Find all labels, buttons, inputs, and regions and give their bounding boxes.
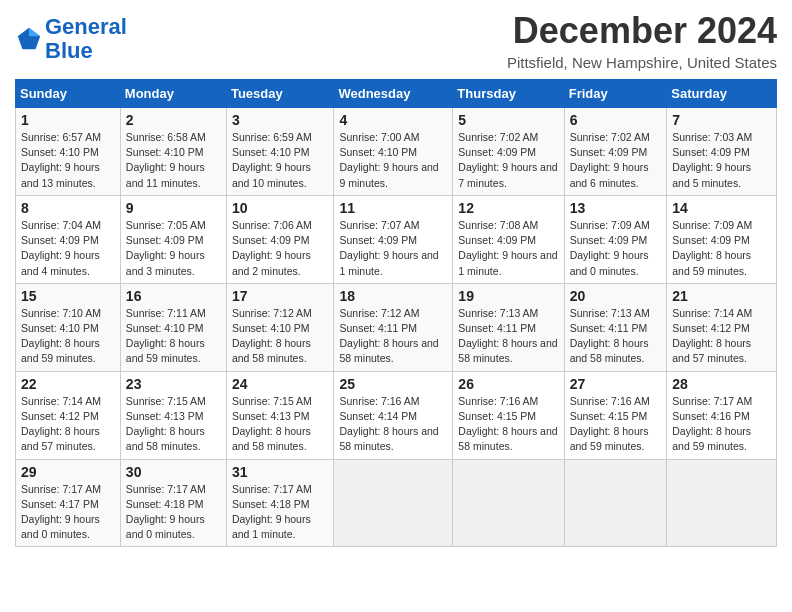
month-title: December 2024 (507, 10, 777, 52)
day-detail: Sunrise: 7:17 AMSunset: 4:16 PMDaylight:… (672, 395, 752, 453)
svg-marker-1 (29, 28, 40, 36)
day-number: 6 (570, 112, 662, 128)
day-detail: Sunrise: 7:16 AMSunset: 4:15 PMDaylight:… (458, 395, 557, 453)
day-number: 16 (126, 288, 221, 304)
day-detail: Sunrise: 7:12 AMSunset: 4:11 PMDaylight:… (339, 307, 438, 365)
day-number: 3 (232, 112, 329, 128)
day-detail: Sunrise: 7:05 AMSunset: 4:09 PMDaylight:… (126, 219, 206, 277)
day-detail: Sunrise: 6:58 AMSunset: 4:10 PMDaylight:… (126, 131, 206, 189)
day-number: 14 (672, 200, 771, 216)
day-detail: Sunrise: 7:06 AMSunset: 4:09 PMDaylight:… (232, 219, 312, 277)
header-wednesday: Wednesday (334, 80, 453, 108)
day-number: 9 (126, 200, 221, 216)
day-number: 4 (339, 112, 447, 128)
calendar-cell: 8 Sunrise: 7:04 AMSunset: 4:09 PMDayligh… (16, 195, 121, 283)
day-detail: Sunrise: 7:13 AMSunset: 4:11 PMDaylight:… (458, 307, 557, 365)
calendar-cell (667, 459, 777, 547)
day-number: 13 (570, 200, 662, 216)
day-detail: Sunrise: 6:59 AMSunset: 4:10 PMDaylight:… (232, 131, 312, 189)
calendar-cell: 16 Sunrise: 7:11 AMSunset: 4:10 PMDaylig… (120, 283, 226, 371)
day-number: 17 (232, 288, 329, 304)
day-number: 5 (458, 112, 558, 128)
calendar-cell: 4 Sunrise: 7:00 AMSunset: 4:10 PMDayligh… (334, 108, 453, 196)
header-monday: Monday (120, 80, 226, 108)
header-friday: Friday (564, 80, 667, 108)
calendar-table: SundayMondayTuesdayWednesdayThursdayFrid… (15, 79, 777, 547)
day-detail: Sunrise: 7:11 AMSunset: 4:10 PMDaylight:… (126, 307, 206, 365)
day-number: 24 (232, 376, 329, 392)
week-row-1: 1 Sunrise: 6:57 AMSunset: 4:10 PMDayligh… (16, 108, 777, 196)
day-number: 19 (458, 288, 558, 304)
day-number: 31 (232, 464, 329, 480)
calendar-cell: 26 Sunrise: 7:16 AMSunset: 4:15 PMDaylig… (453, 371, 564, 459)
calendar-cell: 25 Sunrise: 7:16 AMSunset: 4:14 PMDaylig… (334, 371, 453, 459)
calendar-header-row: SundayMondayTuesdayWednesdayThursdayFrid… (16, 80, 777, 108)
header-tuesday: Tuesday (226, 80, 334, 108)
calendar-cell: 7 Sunrise: 7:03 AMSunset: 4:09 PMDayligh… (667, 108, 777, 196)
day-number: 8 (21, 200, 115, 216)
day-number: 22 (21, 376, 115, 392)
day-number: 15 (21, 288, 115, 304)
day-detail: Sunrise: 7:04 AMSunset: 4:09 PMDaylight:… (21, 219, 101, 277)
day-number: 28 (672, 376, 771, 392)
day-detail: Sunrise: 7:09 AMSunset: 4:09 PMDaylight:… (672, 219, 752, 277)
calendar-cell: 12 Sunrise: 7:08 AMSunset: 4:09 PMDaylig… (453, 195, 564, 283)
calendar-cell: 31 Sunrise: 7:17 AMSunset: 4:18 PMDaylig… (226, 459, 334, 547)
calendar-cell: 2 Sunrise: 6:58 AMSunset: 4:10 PMDayligh… (120, 108, 226, 196)
day-number: 26 (458, 376, 558, 392)
week-row-4: 22 Sunrise: 7:14 AMSunset: 4:12 PMDaylig… (16, 371, 777, 459)
day-number: 25 (339, 376, 447, 392)
day-detail: Sunrise: 7:15 AMSunset: 4:13 PMDaylight:… (126, 395, 206, 453)
calendar-cell: 29 Sunrise: 7:17 AMSunset: 4:17 PMDaylig… (16, 459, 121, 547)
title-area: December 2024 Pittsfield, New Hampshire,… (507, 10, 777, 71)
calendar-cell: 5 Sunrise: 7:02 AMSunset: 4:09 PMDayligh… (453, 108, 564, 196)
day-detail: Sunrise: 6:57 AMSunset: 4:10 PMDaylight:… (21, 131, 101, 189)
day-number: 20 (570, 288, 662, 304)
calendar-cell: 19 Sunrise: 7:13 AMSunset: 4:11 PMDaylig… (453, 283, 564, 371)
day-detail: Sunrise: 7:09 AMSunset: 4:09 PMDaylight:… (570, 219, 650, 277)
calendar-cell: 9 Sunrise: 7:05 AMSunset: 4:09 PMDayligh… (120, 195, 226, 283)
header: GeneralBlue December 2024 Pittsfield, Ne… (15, 10, 777, 71)
week-row-3: 15 Sunrise: 7:10 AMSunset: 4:10 PMDaylig… (16, 283, 777, 371)
week-row-2: 8 Sunrise: 7:04 AMSunset: 4:09 PMDayligh… (16, 195, 777, 283)
day-number: 2 (126, 112, 221, 128)
week-row-5: 29 Sunrise: 7:17 AMSunset: 4:17 PMDaylig… (16, 459, 777, 547)
day-detail: Sunrise: 7:17 AMSunset: 4:17 PMDaylight:… (21, 483, 101, 541)
day-detail: Sunrise: 7:10 AMSunset: 4:10 PMDaylight:… (21, 307, 101, 365)
day-number: 27 (570, 376, 662, 392)
day-number: 18 (339, 288, 447, 304)
calendar-cell: 6 Sunrise: 7:02 AMSunset: 4:09 PMDayligh… (564, 108, 667, 196)
day-detail: Sunrise: 7:08 AMSunset: 4:09 PMDaylight:… (458, 219, 557, 277)
calendar-cell: 23 Sunrise: 7:15 AMSunset: 4:13 PMDaylig… (120, 371, 226, 459)
day-detail: Sunrise: 7:03 AMSunset: 4:09 PMDaylight:… (672, 131, 752, 189)
calendar-cell: 11 Sunrise: 7:07 AMSunset: 4:09 PMDaylig… (334, 195, 453, 283)
header-saturday: Saturday (667, 80, 777, 108)
day-number: 29 (21, 464, 115, 480)
calendar-cell: 1 Sunrise: 6:57 AMSunset: 4:10 PMDayligh… (16, 108, 121, 196)
header-sunday: Sunday (16, 80, 121, 108)
day-number: 7 (672, 112, 771, 128)
location-title: Pittsfield, New Hampshire, United States (507, 54, 777, 71)
calendar-cell: 28 Sunrise: 7:17 AMSunset: 4:16 PMDaylig… (667, 371, 777, 459)
calendar-cell: 21 Sunrise: 7:14 AMSunset: 4:12 PMDaylig… (667, 283, 777, 371)
calendar-cell: 24 Sunrise: 7:15 AMSunset: 4:13 PMDaylig… (226, 371, 334, 459)
calendar-cell (453, 459, 564, 547)
calendar-cell: 18 Sunrise: 7:12 AMSunset: 4:11 PMDaylig… (334, 283, 453, 371)
calendar-cell: 17 Sunrise: 7:12 AMSunset: 4:10 PMDaylig… (226, 283, 334, 371)
calendar-cell: 22 Sunrise: 7:14 AMSunset: 4:12 PMDaylig… (16, 371, 121, 459)
day-detail: Sunrise: 7:02 AMSunset: 4:09 PMDaylight:… (570, 131, 650, 189)
day-number: 12 (458, 200, 558, 216)
day-detail: Sunrise: 7:02 AMSunset: 4:09 PMDaylight:… (458, 131, 557, 189)
day-number: 11 (339, 200, 447, 216)
day-detail: Sunrise: 7:07 AMSunset: 4:09 PMDaylight:… (339, 219, 438, 277)
day-detail: Sunrise: 7:16 AMSunset: 4:15 PMDaylight:… (570, 395, 650, 453)
day-detail: Sunrise: 7:15 AMSunset: 4:13 PMDaylight:… (232, 395, 312, 453)
day-detail: Sunrise: 7:14 AMSunset: 4:12 PMDaylight:… (672, 307, 752, 365)
day-detail: Sunrise: 7:13 AMSunset: 4:11 PMDaylight:… (570, 307, 650, 365)
day-number: 1 (21, 112, 115, 128)
day-detail: Sunrise: 7:00 AMSunset: 4:10 PMDaylight:… (339, 131, 438, 189)
calendar-cell: 3 Sunrise: 6:59 AMSunset: 4:10 PMDayligh… (226, 108, 334, 196)
day-number: 10 (232, 200, 329, 216)
calendar-cell: 15 Sunrise: 7:10 AMSunset: 4:10 PMDaylig… (16, 283, 121, 371)
day-detail: Sunrise: 7:17 AMSunset: 4:18 PMDaylight:… (232, 483, 312, 541)
